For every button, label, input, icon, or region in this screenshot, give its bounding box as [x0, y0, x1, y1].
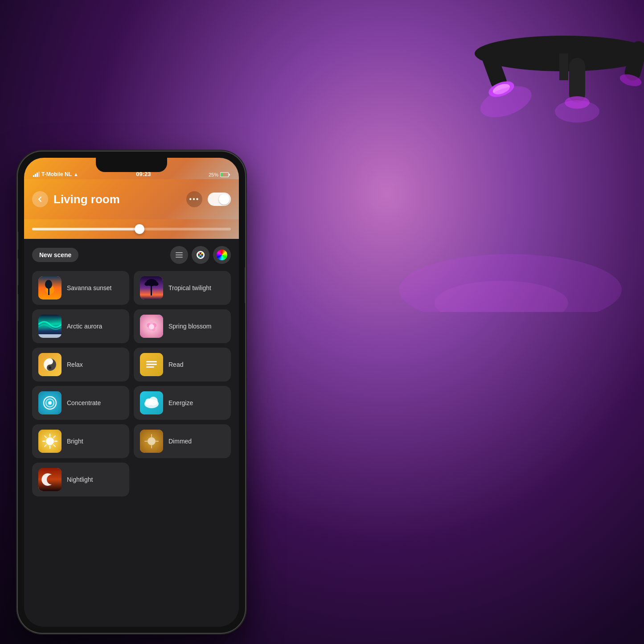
scene-thumb-tropical — [140, 276, 163, 299]
power-button — [245, 267, 245, 303]
svg-point-52 — [48, 401, 52, 405]
status-right: 25% — [209, 172, 230, 177]
tropical-icon — [140, 276, 163, 299]
scene-card-read[interactable]: Read — [134, 348, 231, 381]
scene-card-tropical-twilight[interactable]: Tropical twilight — [134, 271, 231, 305]
more-options-button[interactable]: ••• — [186, 191, 202, 207]
scene-thumb-dimmed — [140, 430, 163, 453]
brightness-thumb[interactable] — [135, 224, 144, 234]
carrier-label: T-Mobile NL — [41, 171, 72, 177]
phone-device: T-Mobile NL ▲ 09:23 25% — [18, 152, 245, 633]
scene-label-nightlight: Nightlight — [67, 476, 93, 484]
scene-label-savanna: Savanna sunset — [67, 284, 111, 292]
scene-thumb-concentrate — [38, 391, 62, 414]
brightness-fill — [32, 228, 141, 230]
scene-card-nightlight[interactable]: Nightlight — [32, 463, 129, 496]
svg-point-68 — [148, 437, 156, 445]
energize-icon — [140, 391, 163, 414]
phone-notch — [96, 158, 167, 172]
savanna-icon — [38, 276, 62, 299]
arctic-icon — [38, 315, 62, 338]
signal-icon — [33, 172, 40, 177]
svg-point-58 — [46, 437, 54, 445]
brightness-slider-area — [24, 219, 239, 239]
scene-label-read: Read — [168, 361, 183, 369]
color-wheel-icon — [217, 250, 227, 260]
scene-thumb-read — [140, 353, 163, 376]
scene-label-energize: Energize — [168, 399, 193, 407]
svg-rect-1 — [559, 53, 568, 80]
scene-label-relax: Relax — [67, 361, 83, 369]
scenes-toolbar: New scene — [24, 239, 239, 271]
svg-point-21 — [201, 255, 203, 257]
volume-up-button — [18, 258, 18, 285]
scene-card-arctic-aurora[interactable]: Arctic aurora — [32, 309, 129, 343]
scene-card-dimmed[interactable]: Dimmed — [134, 424, 231, 458]
scenes-view-button[interactable] — [192, 246, 209, 264]
scene-label-concentrate: Concentrate — [67, 399, 101, 407]
brightness-track[interactable] — [32, 228, 231, 230]
list-icon — [176, 252, 183, 258]
svg-point-19 — [201, 253, 203, 254]
scene-card-bright[interactable]: Bright — [32, 424, 129, 458]
status-left: T-Mobile NL ▲ — [33, 171, 78, 177]
svg-rect-14 — [221, 173, 223, 176]
scene-grid: Savanna sunset — [24, 271, 239, 496]
dimmed-icon — [140, 430, 163, 453]
svg-rect-15 — [229, 174, 230, 176]
spring-icon — [140, 315, 163, 338]
new-scene-button[interactable]: New scene — [32, 248, 78, 262]
scene-thumb-spring — [140, 315, 163, 338]
list-view-button[interactable] — [170, 246, 188, 264]
ceiling-lights-image — [243, 0, 644, 312]
battery-icon — [220, 172, 230, 177]
svg-rect-48 — [146, 366, 154, 368]
svg-point-26 — [45, 280, 52, 289]
palette-icon — [196, 250, 205, 259]
svg-point-18 — [198, 253, 200, 254]
svg-point-22 — [200, 254, 201, 256]
scene-thumb-energize — [140, 391, 163, 414]
svg-rect-46 — [146, 361, 157, 362]
scene-label-bright: Bright — [67, 438, 83, 445]
svg-rect-6 — [569, 58, 585, 103]
battery-percent: 25% — [209, 172, 218, 177]
scene-card-relax[interactable]: Relax — [32, 348, 129, 381]
scene-card-energize[interactable]: Energize — [134, 386, 231, 420]
scenes-area: New scene — [24, 239, 239, 627]
room-title: Living room — [53, 193, 181, 206]
volume-down-button — [18, 294, 18, 321]
read-icon — [140, 353, 163, 376]
svg-point-43 — [49, 360, 51, 363]
concentrate-icon — [38, 391, 62, 414]
phone-screen: T-Mobile NL ▲ 09:23 25% — [24, 158, 239, 627]
scene-label-spring: Spring blossom — [168, 323, 212, 330]
scene-label-dimmed: Dimmed — [168, 438, 192, 445]
scene-label-tropical: Tropical twilight — [168, 284, 211, 292]
scene-card-spring-blossom[interactable]: Spring blossom — [134, 309, 231, 343]
scene-thumb-nightlight — [38, 468, 62, 491]
svg-rect-33 — [38, 334, 62, 338]
scene-thumb-relax — [38, 353, 62, 376]
scene-label-arctic: Arctic aurora — [67, 323, 102, 330]
svg-point-20 — [198, 255, 200, 257]
more-dots-icon: ••• — [189, 195, 200, 203]
scene-thumb-bright — [38, 430, 62, 453]
room-power-toggle[interactable] — [208, 193, 231, 206]
svg-rect-47 — [146, 364, 157, 365]
scene-card-concentrate[interactable]: Concentrate — [32, 386, 129, 420]
color-picker-button[interactable] — [213, 246, 231, 264]
scene-thumb-savanna — [38, 276, 62, 299]
svg-point-44 — [49, 366, 51, 369]
bright-icon — [38, 430, 62, 453]
wifi-icon: ▲ — [74, 172, 78, 177]
scene-card-savanna-sunset[interactable]: Savanna sunset — [32, 271, 129, 305]
volume-toggle-button — [18, 232, 18, 250]
svg-point-40 — [149, 324, 154, 329]
phone-outer: T-Mobile NL ▲ 09:23 25% — [18, 152, 245, 633]
back-button[interactable] — [32, 191, 48, 207]
svg-point-56 — [149, 397, 158, 406]
relax-icon — [38, 353, 62, 376]
nightlight-icon — [38, 468, 62, 491]
room-header: Living room ••• — [24, 179, 239, 219]
